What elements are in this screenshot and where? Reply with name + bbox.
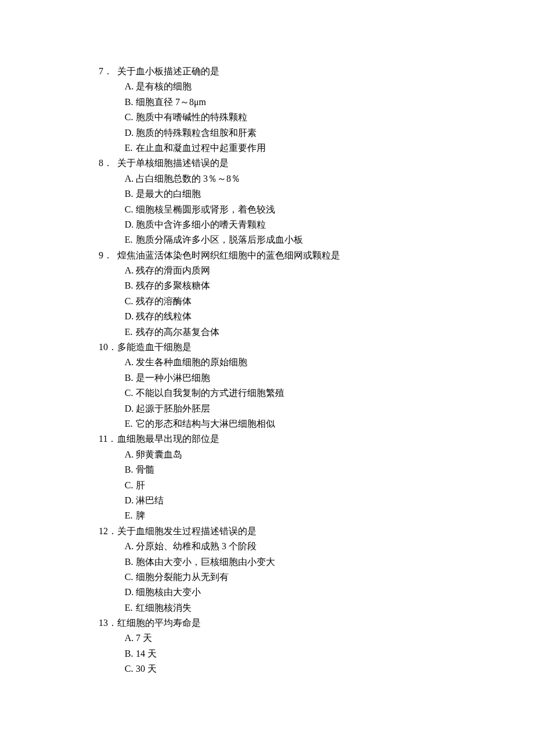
option-c: C.肝	[125, 478, 435, 493]
option-text: 30 天	[136, 661, 157, 676]
option-text: 残存的溶酶体	[136, 294, 192, 309]
option-a: A.卵黄囊血岛	[125, 447, 435, 462]
question-number: 11．	[99, 431, 117, 447]
option-text: 起源于胚胎外胚层	[136, 401, 210, 416]
option-text: 是有核的细胞	[136, 79, 192, 94]
option-d: D.起源于胚胎外胚层	[125, 401, 435, 416]
option-text: 残存的高尔基复合体	[136, 325, 219, 340]
option-text: 分原始、幼稚和成熟 3 个阶段	[136, 539, 257, 554]
option-c: C.细胞分裂能力从无到有	[125, 570, 435, 585]
document-page: 7． 关于血小板描述正确的是 A.是有核的细胞 B.细胞直径 7～8μm C.胞…	[0, 0, 534, 756]
option-c: C.胞质中有嗜碱性的特殊颗粒	[125, 110, 435, 125]
question-number: 9．	[99, 248, 117, 263]
option-c: C.细胞核呈椭圆形或肾形，着色较浅	[125, 202, 435, 217]
question-number: 12．	[99, 524, 117, 539]
option-letter: E.	[125, 141, 136, 156]
question-12: 12． 关于血细胞发生过程描述错误的是 A.分原始、幼稚和成熟 3 个阶段 B.…	[99, 524, 435, 615]
option-letter: B.	[125, 278, 136, 293]
option-e: E.残存的高尔基复合体	[125, 325, 435, 340]
option-text: 不能以自我复制的方式进行细胞繁殖	[136, 386, 284, 401]
question-number: 8．	[99, 156, 117, 171]
option-text: 残存的滑面内质网	[136, 263, 210, 278]
question-options: A.残存的滑面内质网 B.残存的多聚核糖体 C.残存的溶酶体 D.残存的线粒体 …	[99, 263, 435, 340]
option-text: 14 天	[136, 646, 157, 661]
option-letter: C.	[125, 294, 136, 309]
option-text: 红细胞核消失	[136, 600, 192, 615]
option-text: 胞体由大变小，巨核细胞由小变大	[136, 555, 275, 570]
question-options: A.分原始、幼稚和成熟 3 个阶段 B.胞体由大变小，巨核细胞由小变大 C.细胞…	[99, 539, 435, 615]
option-text: 胞质中含许多细小的嗜天青颗粒	[136, 217, 266, 232]
option-c: C.残存的溶酶体	[125, 294, 435, 309]
question-number: 7．	[99, 64, 117, 79]
question-options: A.7 天 B.14 天 C.30 天	[99, 631, 435, 676]
option-letter: C.	[125, 570, 136, 585]
option-a: A.分原始、幼稚和成熟 3 个阶段	[125, 539, 435, 554]
option-a: A.发生各种血细胞的原始细胞	[125, 355, 435, 370]
option-d: D.淋巴结	[125, 493, 435, 508]
option-d: D.残存的线粒体	[125, 309, 435, 324]
option-text: 脾	[136, 508, 145, 523]
option-letter: A.	[125, 447, 136, 462]
option-text: 胞质中有嗜碱性的特殊颗粒	[136, 110, 247, 125]
option-text: 是一种小淋巴细胞	[136, 370, 210, 386]
option-d: D.细胞核由大变小	[125, 585, 435, 600]
question-number: 10．	[99, 340, 117, 355]
option-d: D.胞质中含许多细小的嗜天青颗粒	[125, 217, 435, 232]
option-letter: A.	[125, 355, 136, 370]
option-letter: C.	[125, 661, 136, 676]
option-letter: A.	[125, 171, 136, 186]
question-text: 关于血小板描述正确的是	[117, 64, 219, 79]
option-text: 发生各种血细胞的原始细胞	[136, 355, 247, 370]
question-stem: 7． 关于血小板描述正确的是	[99, 64, 435, 79]
question-options: A.卵黄囊血岛 B.骨髓 C.肝 D.淋巴结 E.脾	[99, 447, 435, 524]
question-stem: 10． 多能造血干细胞是	[99, 340, 435, 355]
option-e: E.在止血和凝血过程中起重要作用	[125, 141, 435, 156]
question-stem: 9． 煌焦油蓝活体染色时网织红细胞中的蓝色细网或颗粒是	[99, 248, 435, 263]
question-stem: 8． 关于单核细胞描述错误的是	[99, 156, 435, 171]
option-letter: D.	[125, 493, 136, 508]
option-letter: D.	[125, 585, 136, 600]
option-c: C.不能以自我复制的方式进行细胞繁殖	[125, 386, 435, 401]
question-stem: 11． 血细胞最早出现的部位是	[99, 431, 435, 447]
question-text: 红细胞的平均寿命是	[117, 615, 201, 631]
option-a: A.7 天	[125, 631, 435, 646]
option-letter: A.	[125, 631, 136, 646]
option-letter: C.	[125, 202, 136, 217]
question-options: A.是有核的细胞 B.细胞直径 7～8μm C.胞质中有嗜碱性的特殊颗粒 D.胞…	[99, 79, 435, 156]
option-letter: C.	[125, 110, 136, 125]
option-text: 细胞核由大变小	[136, 585, 201, 600]
option-text: 残存的线粒体	[136, 309, 192, 324]
option-letter: A.	[125, 79, 136, 94]
option-text: 胞质的特殊颗粒含组胺和肝素	[136, 125, 257, 141]
question-text: 血细胞最早出现的部位是	[117, 431, 219, 447]
option-text: 卵黄囊血岛	[136, 447, 182, 462]
option-letter: B.	[125, 186, 136, 201]
option-letter: E.	[125, 508, 136, 523]
option-letter: D.	[125, 125, 136, 141]
option-b: B.是一种小淋巴细胞	[125, 370, 435, 386]
option-d: D.胞质的特殊颗粒含组胺和肝素	[125, 125, 435, 141]
option-b: B.14 天	[125, 646, 435, 661]
option-text: 胞质分隔成许多小区，脱落后形成血小板	[136, 232, 303, 247]
option-letter: B.	[125, 462, 136, 477]
option-text: 细胞核呈椭圆形或肾形，着色较浅	[136, 202, 275, 217]
option-text: 它的形态和结构与大淋巴细胞相似	[136, 416, 275, 431]
option-letter: D.	[125, 401, 136, 416]
option-b: B.骨髓	[125, 462, 435, 477]
option-b: B.残存的多聚核糖体	[125, 278, 435, 293]
question-number: 13．	[99, 615, 117, 631]
option-text: 残存的多聚核糖体	[136, 278, 210, 293]
question-stem: 12． 关于血细胞发生过程描述错误的是	[99, 524, 435, 539]
question-11: 11． 血细胞最早出现的部位是 A.卵黄囊血岛 B.骨髓 C.肝 D.淋巴结 E…	[99, 431, 435, 523]
option-letter: B.	[125, 555, 136, 570]
option-a: A.占白细胞总数的 3％～8％	[125, 171, 435, 186]
question-8: 8． 关于单核细胞描述错误的是 A.占白细胞总数的 3％～8％ B.是最大的白细…	[99, 156, 435, 247]
question-options: A.发生各种血细胞的原始细胞 B.是一种小淋巴细胞 C.不能以自我复制的方式进行…	[99, 355, 435, 431]
question-text: 关于血细胞发生过程描述错误的是	[117, 524, 257, 539]
option-e: E.脾	[125, 508, 435, 523]
option-b: B.细胞直径 7～8μm	[125, 95, 435, 110]
question-text: 关于单核细胞描述错误的是	[117, 156, 229, 171]
option-letter: E.	[125, 232, 136, 247]
option-b: B.胞体由大变小，巨核细胞由小变大	[125, 555, 435, 570]
option-text: 占白细胞总数的 3％～8％	[136, 171, 240, 186]
